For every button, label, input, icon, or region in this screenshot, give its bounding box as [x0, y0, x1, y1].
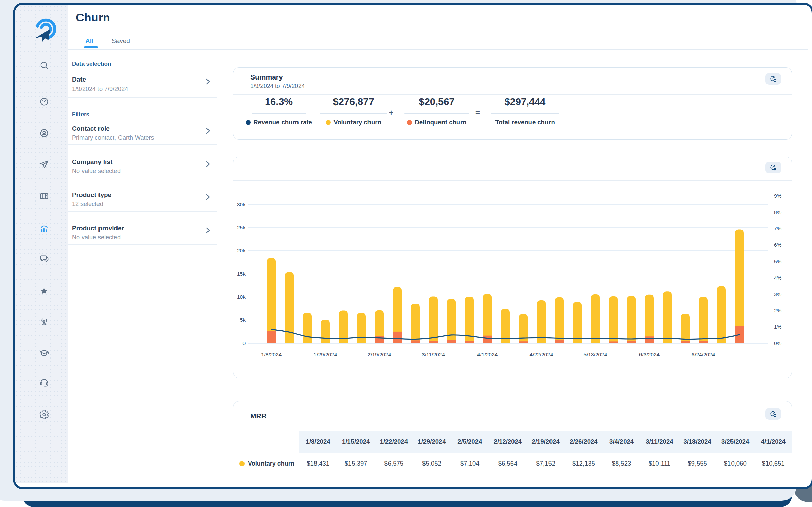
- bar-voluntary: [699, 297, 708, 343]
- add-to-dashboard-button[interactable]: [765, 162, 781, 173]
- filter-panel-border: [217, 49, 217, 483]
- mrr-value-cell: $10,651: [754, 453, 792, 474]
- bar-voluntary: [555, 297, 564, 343]
- plus-operator: +: [389, 108, 393, 117]
- broadcast-icon[interactable]: [37, 314, 52, 329]
- active-tab-underline: [84, 46, 98, 48]
- tab-saved[interactable]: Saved: [112, 37, 130, 45]
- left-axis-tick: 20k: [237, 248, 246, 254]
- filters-heading: Filters: [72, 111, 89, 118]
- metric-delinquent-churn: $20,567 Delinquent churn: [404, 96, 469, 126]
- mrr-column-header: 1/8/2024: [299, 431, 337, 453]
- bar-delinquent: [429, 341, 438, 343]
- row-label-cell: Delinquent churn: [233, 474, 299, 484]
- analytics-icon[interactable]: [37, 221, 52, 236]
- mrr-value-cell: $489: [640, 474, 679, 484]
- mrr-value-cell: $10,111: [640, 453, 679, 474]
- mrr-value-cell: $564: [602, 474, 640, 484]
- right-axis-tick: 2%: [774, 308, 782, 313]
- bar-voluntary: [663, 291, 672, 343]
- mrr-value-cell: $2,643: [299, 474, 337, 484]
- campaigns-send-icon[interactable]: [37, 157, 52, 172]
- tab-all[interactable]: All: [85, 37, 93, 45]
- bar-delinquent: [267, 331, 276, 343]
- dashboard-gauge-icon[interactable]: [37, 94, 52, 109]
- add-to-dashboard-button[interactable]: [765, 73, 781, 85]
- mrr-column-header: 2/12/2024: [489, 431, 527, 453]
- x-axis-tick: 1/8/2024: [261, 352, 282, 357]
- mrr-value-cell: $501: [716, 474, 754, 484]
- voluntary-churn-dot: [326, 120, 331, 125]
- churn-bar-line-chart: 05k10k15k20k25k30k0%1%2%3%4%5%6%7%8%9%1/…: [233, 180, 791, 379]
- right-axis-tick: 8%: [774, 209, 782, 215]
- app-logo[interactable]: [31, 16, 58, 43]
- mrr-card: MRR 1/8/20241/15/20241/22/20241/29/20242…: [233, 401, 792, 483]
- x-axis-tick: 2/19/2024: [368, 352, 391, 357]
- mrr-title: MRR: [250, 412, 267, 420]
- mrr-header-row: 1/8/20241/15/20241/22/20241/29/20242/5/2…: [233, 431, 792, 453]
- mrr-value-cell: $9,555: [679, 453, 717, 474]
- settings-gear-icon[interactable]: [37, 407, 52, 422]
- bar-delinquent: [627, 341, 636, 343]
- mrr-value-cell: $2,510: [565, 474, 603, 484]
- chevron-right-icon[interactable]: [204, 127, 212, 135]
- bar-voluntary: [321, 320, 330, 343]
- journey-map-icon[interactable]: [37, 189, 52, 204]
- left-axis-tick: 10k: [237, 294, 246, 300]
- conversations-icon[interactable]: [37, 251, 52, 266]
- summary-card: Summary 1/9/2024 to 7/9/2024 16.3% Reven…: [233, 67, 792, 140]
- right-axis-tick: 1%: [774, 324, 782, 330]
- mrr-value-cell: $7,152: [527, 453, 565, 474]
- bar-delinquent: [393, 332, 402, 343]
- x-axis-tick: 3/11/2024: [422, 352, 445, 357]
- mrr-value-cell: $6,564: [489, 453, 527, 474]
- table-row: Voluntary churn$18,431$15,397$6,575$5,05…: [233, 453, 792, 474]
- right-axis-tick: 6%: [774, 242, 782, 248]
- bar-delinquent: [447, 340, 456, 343]
- mrr-value-cell: $662: [679, 474, 717, 484]
- mrr-value-cell: $10,060: [716, 453, 754, 474]
- summary-title: Summary: [250, 73, 283, 81]
- mrr-column-header: 2/5/2024: [451, 431, 489, 453]
- mrr-value-cell: $0: [337, 474, 375, 484]
- support-headset-icon[interactable]: [37, 375, 52, 390]
- mrr-value-cell: $0: [413, 474, 451, 484]
- academy-cap-icon[interactable]: [37, 346, 52, 361]
- search-icon[interactable]: [37, 58, 52, 73]
- icon-rail: [15, 5, 68, 483]
- mrr-value-cell: $8,523: [602, 453, 640, 474]
- mrr-value-cell: $0: [451, 474, 489, 484]
- row-label-cell: Voluntary churn: [233, 453, 299, 474]
- x-axis-tick: 5/13/2024: [584, 352, 607, 357]
- contacts-icon[interactable]: [37, 126, 52, 141]
- mrr-column-header: 3/25/2024: [716, 431, 754, 453]
- churn-chart-card: 05k10k15k20k25k30k0%1%2%3%4%5%6%7%8%9%1/…: [233, 157, 792, 378]
- mrr-corner-cell: [233, 431, 299, 453]
- bar-voluntary: [573, 302, 582, 343]
- header-divider: [68, 49, 808, 50]
- series-dot: [239, 461, 245, 466]
- left-axis-tick: 0: [242, 340, 246, 346]
- mrr-table: 1/8/20241/15/20241/22/20241/29/20242/5/2…: [233, 431, 792, 483]
- metric-voluntary-churn: $276,877 Voluntary churn: [320, 96, 387, 126]
- favorites-star-icon[interactable]: [37, 283, 52, 298]
- add-to-dashboard-button[interactable]: [765, 408, 781, 420]
- right-axis-tick: 9%: [774, 193, 782, 199]
- mrr-value-cell: $15,397: [337, 453, 375, 474]
- mrr-column-header: 1/22/2024: [375, 431, 413, 453]
- mrr-column-header: 2/19/2024: [527, 431, 565, 453]
- mrr-value-cell: $0: [489, 474, 527, 484]
- x-axis-tick: 6/3/2024: [639, 352, 660, 357]
- bar-voluntary: [645, 295, 654, 343]
- bar-voluntary: [357, 313, 366, 343]
- app-window: Churn All Saved Data selection Date 1/9/…: [13, 3, 812, 489]
- bar-voluntary: [627, 296, 636, 343]
- chevron-right-icon[interactable]: [204, 77, 212, 86]
- chevron-right-icon[interactable]: [204, 160, 212, 168]
- chevron-right-icon[interactable]: [204, 226, 212, 234]
- right-axis-tick: 3%: [774, 291, 782, 297]
- revenue-churn-rate-dot: [246, 120, 251, 125]
- chevron-right-icon[interactable]: [204, 193, 212, 201]
- mrr-value-cell: $5,052: [413, 453, 451, 474]
- mrr-value-cell: $12,135: [565, 453, 603, 474]
